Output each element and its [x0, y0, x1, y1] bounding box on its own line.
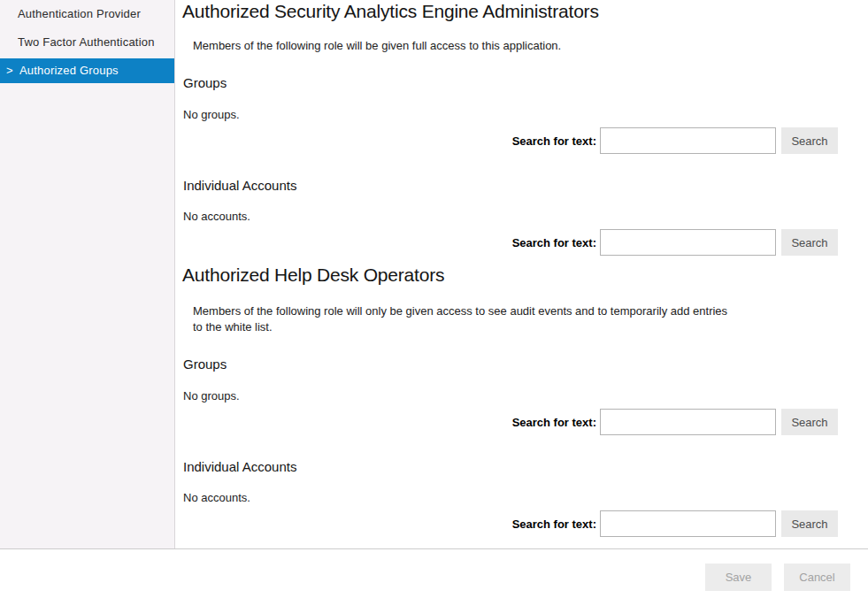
- sidebar-item-authorized-groups[interactable]: > Authorized Groups: [0, 58, 174, 83]
- cancel-button[interactable]: Cancel: [784, 564, 850, 591]
- accounts-search-input[interactable]: [600, 510, 776, 537]
- groups-search-button[interactable]: Search: [781, 127, 838, 154]
- individual-accounts-heading: Individual Accounts: [183, 459, 296, 474]
- accounts-search-input[interactable]: [600, 229, 776, 256]
- groups-search-row: Search for text: Search: [457, 409, 838, 435]
- groups-heading: Groups: [183, 75, 227, 90]
- groups-empty-text: No groups.: [183, 389, 240, 402]
- accounts-empty-text: No accounts.: [183, 210, 250, 223]
- accounts-search-button[interactable]: Search: [781, 510, 838, 537]
- section-title-administrators: Authorized Security Analytics Engine Adm…: [182, 1, 599, 22]
- search-for-text-label: Search for text:: [512, 416, 596, 429]
- groups-empty-text: No groups.: [183, 108, 240, 121]
- accounts-empty-text: No accounts.: [183, 491, 250, 504]
- section-title-help-desk-operators: Authorized Help Desk Operators: [182, 264, 444, 286]
- search-for-text-label: Search for text:: [512, 134, 596, 148]
- groups-search-button[interactable]: Search: [781, 409, 838, 435]
- save-button[interactable]: Save: [705, 564, 772, 591]
- settings-page: Authentication Provider Two Factor Authe…: [0, 0, 868, 598]
- section-description: Members of the following role will be gi…: [193, 38, 561, 54]
- groups-search-row: Search for text: Search: [457, 127, 838, 154]
- individual-accounts-heading: Individual Accounts: [183, 178, 296, 193]
- groups-search-input[interactable]: [600, 127, 776, 154]
- search-for-text-label: Search for text:: [512, 518, 596, 531]
- sidebar-item-authentication-provider[interactable]: Authentication Provider: [0, 7, 174, 20]
- accounts-search-row: Search for text: Search: [457, 229, 838, 256]
- sidebar-item-two-factor-authentication[interactable]: Two Factor Authentication: [0, 35, 174, 49]
- search-for-text-label: Search for text:: [512, 236, 596, 249]
- accounts-search-row: Search for text: Search: [457, 510, 838, 537]
- footer-divider: [0, 548, 868, 549]
- section-description: Members of the following role will only …: [193, 303, 731, 335]
- groups-heading: Groups: [183, 356, 227, 372]
- chevron-right-icon: >: [6, 58, 13, 83]
- sidebar-item-label: Authorized Groups: [19, 64, 119, 77]
- accounts-search-button[interactable]: Search: [781, 229, 838, 256]
- groups-search-input[interactable]: [600, 409, 776, 435]
- sidebar: Authentication Provider Two Factor Authe…: [0, 0, 175, 548]
